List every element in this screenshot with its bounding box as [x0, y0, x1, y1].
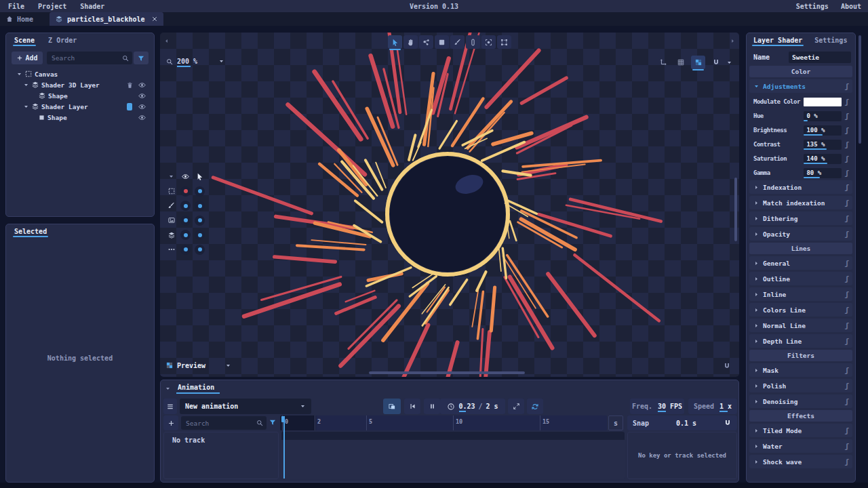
- tab-animation[interactable]: Animation: [178, 384, 214, 393]
- add-node-button[interactable]: Add: [12, 52, 43, 64]
- tab-selected[interactable]: Selected: [13, 224, 48, 237]
- buffer-badge[interactable]: [127, 103, 132, 110]
- keyframe-function-icon[interactable]: ʃ: [844, 427, 849, 434]
- collapse-left-icon[interactable]: [163, 38, 170, 44]
- tree-item-shader-3d-layer[interactable]: Shader 3D Layer: [10, 79, 150, 90]
- menu-file[interactable]: File: [8, 3, 24, 10]
- timeline-ruler[interactable]: 0251015: [280, 415, 607, 430]
- selectability-dot[interactable]: [195, 186, 205, 197]
- field-value[interactable]: 0 %: [804, 111, 842, 121]
- tab-scene[interactable]: Scene: [13, 33, 36, 46]
- frequency-field[interactable]: Freq. 30 FPS: [630, 399, 684, 414]
- property-group-shock-wave[interactable]: Shock waveʃ: [749, 455, 852, 468]
- eye-icon[interactable]: [136, 81, 147, 89]
- eye-icon[interactable]: [136, 113, 147, 122]
- add-track-button[interactable]: [163, 415, 178, 430]
- onion-skin-button[interactable]: [383, 399, 401, 414]
- keyframe-function-icon[interactable]: ʃ: [844, 230, 849, 238]
- scene-search-input[interactable]: [52, 54, 121, 62]
- frequency-value[interactable]: 30 FPS: [658, 403, 682, 410]
- snap-field[interactable]: Snap 0.1 s: [627, 415, 737, 430]
- snap-dropdown-icon[interactable]: [726, 60, 732, 66]
- snap-toggle-button[interactable]: [709, 56, 723, 69]
- keyframe-function-icon[interactable]: ʃ: [844, 199, 849, 207]
- field-value[interactable]: 135 %: [804, 140, 842, 150]
- canvas-vertical-scrollbar[interactable]: [734, 178, 737, 241]
- brush-tool-button[interactable]: [450, 35, 465, 49]
- tree-caret-icon[interactable]: [16, 71, 22, 77]
- tree-item-shader-layer[interactable]: Shader Layer: [10, 101, 150, 112]
- track-search[interactable]: [181, 416, 267, 430]
- property-group-denoising[interactable]: Denoisingʃ: [749, 394, 852, 408]
- collapse-right-icon[interactable]: [730, 38, 736, 44]
- cursor-tool-button[interactable]: [388, 35, 402, 49]
- visibility-dot[interactable]: [180, 201, 191, 211]
- menu-about[interactable]: About: [841, 3, 861, 10]
- canvas-viewport[interactable]: 200 % Preview: [160, 33, 739, 377]
- pause-button[interactable]: [424, 399, 440, 414]
- speed-value[interactable]: 1 x: [719, 403, 732, 410]
- time-current[interactable]: 0.23: [458, 403, 475, 410]
- property-group-normal-line[interactable]: Normal Lineʃ: [749, 319, 852, 332]
- matrix-collapse-icon[interactable]: [164, 174, 178, 180]
- selectability-dot[interactable]: [195, 216, 205, 226]
- zoom-dropdown-icon[interactable]: [218, 58, 224, 64]
- keyframe-function-icon[interactable]: ʃ: [844, 155, 849, 163]
- keyframe-function-icon[interactable]: ʃ: [844, 98, 849, 106]
- property-group-adjustments[interactable]: Adjustmentsʃ: [749, 79, 852, 93]
- visibility-dot[interactable]: [180, 216, 191, 226]
- zoom-control[interactable]: 200 %: [165, 56, 224, 67]
- tab-z-order[interactable]: Z Order: [47, 33, 78, 46]
- track-area[interactable]: [281, 432, 625, 479]
- close-tab-icon[interactable]: [151, 16, 158, 22]
- field-value[interactable]: 80 %: [804, 168, 842, 178]
- snap-value[interactable]: 0.1 s: [676, 420, 696, 427]
- keyframe-function-icon[interactable]: ʃ: [844, 127, 849, 134]
- keyframe-function-icon[interactable]: ʃ: [844, 169, 849, 177]
- visibility-dot[interactable]: [180, 230, 191, 240]
- keyframe-function-icon[interactable]: ʃ: [844, 443, 849, 450]
- menu-shader[interactable]: Shader: [80, 3, 104, 10]
- visibility-dot[interactable]: [180, 186, 191, 197]
- tree-caret-icon[interactable]: [22, 82, 29, 88]
- property-group-colors-line[interactable]: Colors Lineʃ: [749, 303, 852, 317]
- selectability-dot[interactable]: [195, 230, 205, 240]
- expand-button[interactable]: [508, 399, 524, 414]
- keyframe-function-icon[interactable]: ʃ: [844, 367, 849, 374]
- keyframe-function-icon[interactable]: ʃ: [844, 306, 849, 314]
- animation-collapse-icon[interactable]: [165, 386, 171, 392]
- selectability-dot[interactable]: [195, 201, 205, 211]
- keyframe-function-icon[interactable]: ʃ: [844, 382, 849, 390]
- rect-tool-button[interactable]: [435, 35, 449, 49]
- keyframe-function-icon[interactable]: ʃ: [844, 291, 849, 298]
- track-search-input[interactable]: [186, 420, 256, 427]
- property-group-inline[interactable]: Inlineʃ: [749, 287, 852, 301]
- tree-caret-icon[interactable]: [22, 104, 29, 110]
- pill-tool-button[interactable]: [466, 35, 480, 49]
- track-filter-icon[interactable]: [269, 418, 277, 426]
- hand-tool-button[interactable]: [403, 35, 418, 49]
- checker-toggle-button[interactable]: [691, 56, 705, 69]
- field-value[interactable]: 140 %: [804, 154, 842, 164]
- tab-settings[interactable]: Settings: [813, 33, 848, 46]
- property-group-polish[interactable]: Polishʃ: [749, 379, 852, 392]
- keyframe-function-icon[interactable]: ʃ: [844, 184, 849, 191]
- grid-toggle-button[interactable]: [673, 56, 688, 69]
- field-value[interactable]: 100 %: [804, 125, 842, 136]
- eye-icon[interactable]: [136, 92, 147, 100]
- zoom-value[interactable]: 200 %: [177, 58, 197, 66]
- property-group-general[interactable]: Generalʃ: [749, 256, 852, 270]
- right-panel-scrollbar[interactable]: [859, 35, 861, 144]
- property-group-mask[interactable]: Maskʃ: [749, 363, 852, 377]
- keyframe-function-icon[interactable]: ʃ: [844, 398, 849, 405]
- scene-filter-button[interactable]: [134, 52, 149, 64]
- property-group-depth-line[interactable]: Depth Lineʃ: [749, 334, 852, 348]
- property-group-indexation[interactable]: Indexationʃ: [749, 180, 852, 194]
- tree-item-canvas[interactable]: Canvas: [10, 68, 150, 79]
- tree-item-shape[interactable]: Shape: [10, 112, 150, 123]
- shader-name-input[interactable]: [789, 52, 851, 63]
- tab-layer-shader[interactable]: Layer Shader: [752, 33, 804, 46]
- tab-home[interactable]: Home: [0, 12, 40, 26]
- keyframe-function-icon[interactable]: ʃ: [844, 141, 849, 148]
- track-list[interactable]: No track: [163, 432, 279, 479]
